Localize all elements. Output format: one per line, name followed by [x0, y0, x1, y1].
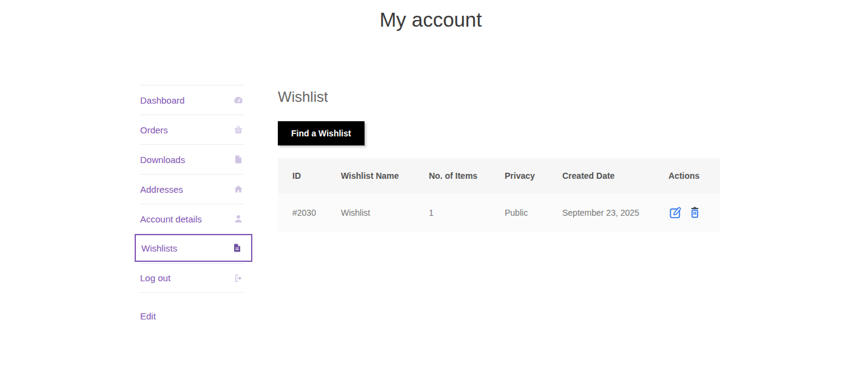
wishlist-privacy-cell: Public: [490, 193, 548, 232]
sign-out-icon: [234, 273, 243, 283]
column-header-actions: Actions: [654, 158, 720, 193]
edit-page-link[interactable]: Edit: [140, 311, 156, 321]
sidebar-item-addresses[interactable]: Addresses: [140, 174, 243, 204]
wishlist-id-cell: #2030: [278, 193, 326, 232]
column-header-created-date: Created Date: [548, 158, 654, 193]
sidebar-item-dashboard[interactable]: Dashboard: [140, 85, 243, 115]
table-header-row: ID Wishlist Name No. of Items Privacy Cr…: [278, 158, 720, 193]
sidebar-item-account-details[interactable]: Account details: [140, 204, 243, 233]
sidebar-item-label: Downloads: [140, 155, 185, 165]
edit-icon: [668, 205, 682, 219]
sidebar-item-wishlists[interactable]: Wishlists: [135, 234, 252, 262]
delete-wishlist-button[interactable]: [688, 205, 702, 219]
account-sidebar: Dashboard Orders Downloads Addresses Acc…: [140, 85, 243, 322]
wishlist-name-cell: Wishlist: [326, 193, 414, 232]
sidebar-item-label: Account details: [140, 214, 202, 224]
column-header-privacy: Privacy: [490, 158, 548, 193]
sidebar-item-label: Orders: [140, 125, 168, 135]
column-header-no-of-items: No. of Items: [414, 158, 490, 193]
file-icon: [234, 155, 243, 164]
user-icon: [234, 214, 243, 224]
column-header-id: ID: [278, 158, 326, 193]
wishlist-items-count-cell: 1: [414, 193, 490, 232]
column-header-wishlist-name: Wishlist Name: [326, 158, 414, 193]
wishlist-content: Wishlist Find a Wishlist ID Wishlist Nam…: [278, 88, 720, 232]
sidebar-item-label: Dashboard: [140, 95, 184, 105]
trash-icon: [688, 205, 702, 219]
table-row: #2030 Wishlist 1 Public September 23, 20…: [278, 193, 720, 232]
edit-wishlist-button[interactable]: [668, 205, 682, 219]
section-heading: Wishlist: [278, 88, 720, 105]
gauge-icon: [234, 95, 243, 105]
file-lines-icon: [232, 243, 242, 253]
sidebar-item-label: Wishlists: [141, 243, 177, 253]
sidebar-item-label: Addresses: [140, 184, 183, 195]
wishlist-created-date-cell: September 23, 2025: [548, 193, 654, 232]
sidebar-item-label: Log out: [140, 273, 170, 283]
basket-icon: [234, 125, 243, 135]
sidebar-item-log-out[interactable]: Log out: [140, 263, 243, 293]
home-icon: [234, 184, 243, 194]
row-actions: [668, 205, 718, 219]
sidebar-item-orders[interactable]: Orders: [140, 115, 243, 144]
page-title: My account: [0, 8, 861, 32]
sidebar-item-downloads[interactable]: Downloads: [140, 144, 243, 174]
find-a-wishlist-button[interactable]: Find a Wishlist: [278, 121, 365, 145]
wishlist-table: ID Wishlist Name No. of Items Privacy Cr…: [278, 158, 720, 232]
